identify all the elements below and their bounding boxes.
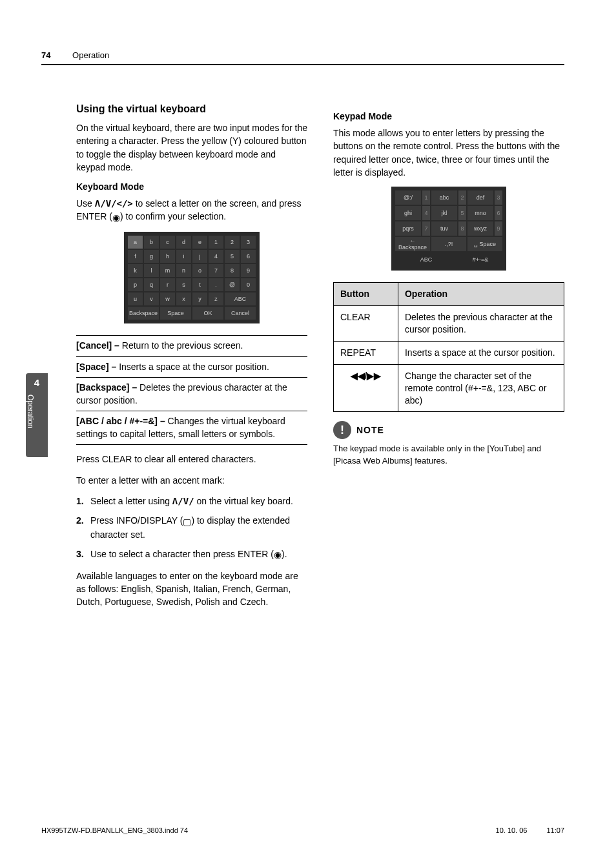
keypad-image: @:/1abc2def3ghi4jkl5mno6pqrs7tuv8wxyz9← …	[333, 187, 564, 271]
table-cell-button: ◀◀/▶▶	[334, 364, 398, 412]
heading-keyboard-mode: Keyboard Mode	[76, 181, 307, 192]
vk-key: 0	[241, 278, 256, 291]
keypad-num: 3	[495, 190, 502, 205]
keypad-key: tuv	[431, 221, 457, 236]
enter-icon: ◉	[112, 211, 120, 224]
vk-key: j	[192, 250, 207, 263]
vk-key: g	[144, 250, 159, 263]
vk-key: 5	[225, 250, 240, 263]
vk-key: 9	[241, 264, 256, 277]
keyboard-use-text: Use Λ/V/</> to select a letter on the sc…	[76, 197, 307, 224]
keypad-key: jkl	[431, 206, 457, 220]
heading-keypad-mode: Keypad Mode	[333, 111, 564, 121]
table-cell-button: CLEAR	[334, 306, 398, 342]
table-row: ◀◀/▶▶Change the character set of the rem…	[334, 364, 564, 412]
operation-table: Button Operation CLEARDeletes the previo…	[333, 282, 564, 412]
vk-key: s	[176, 278, 191, 291]
keypad-num: 2	[458, 190, 466, 205]
vk-key: 3	[241, 236, 256, 249]
definition-item: [Space] – Inserts a space at the cursor …	[76, 357, 307, 378]
keypad-num: 7	[422, 221, 430, 236]
vk-bottom-key: Backspace	[128, 307, 159, 320]
keypad-key: def	[467, 190, 493, 205]
vk-key: p	[128, 278, 143, 291]
vk-key: 7	[209, 264, 223, 277]
keypad-num: 8	[458, 221, 466, 236]
vk-key: r	[160, 278, 175, 291]
keypad-num: 9	[495, 221, 502, 236]
clear-text: Press CLEAR to clear all entered charact…	[76, 453, 307, 466]
vk-key: x	[176, 292, 191, 305]
vk-key: o	[192, 264, 207, 277]
table-cell-operation: Inserts a space at the cursor position.	[398, 341, 564, 364]
footer-date: 10. 10. 06	[496, 826, 528, 834]
vk-key: 4	[209, 250, 223, 263]
vk-key: f	[128, 250, 143, 263]
table-head-button: Button	[334, 283, 398, 306]
keypad-key: .,?!	[431, 237, 466, 251]
keypad-num: 4	[422, 206, 430, 220]
languages-text: Available languages to enter on the keyb…	[76, 569, 307, 609]
keypad-num: 1	[422, 190, 430, 205]
vk-bottom-key: OK	[192, 307, 223, 320]
vk-key: w	[160, 292, 175, 305]
side-tab-number: 4	[26, 373, 48, 388]
vk-bottom-key: Cancel	[225, 307, 256, 320]
vk-key: e	[192, 236, 207, 249]
vk-key: t	[192, 278, 207, 291]
vk-key: m	[160, 264, 175, 277]
vk-key: n	[176, 264, 191, 277]
vk-key: 1	[209, 236, 223, 249]
accent-intro: To enter a letter with an accent mark:	[76, 474, 307, 487]
vk-key: z	[209, 292, 223, 305]
table-cell-operation: Change the character set of the remote c…	[398, 364, 564, 412]
vk-key: c	[160, 236, 175, 249]
keypad-num: 5	[458, 206, 466, 220]
vk-key: @	[225, 278, 240, 291]
vk-key: ABC	[225, 292, 256, 305]
vk-bottom-key: Space	[160, 307, 191, 320]
table-row: CLEARDeletes the previous character at t…	[334, 306, 564, 342]
footer-filename: HX995TZW-FD.BPANLLK_ENG_3803.indd 74	[41, 826, 188, 834]
footer: HX995TZW-FD.BPANLLK_ENG_3803.indd 74 10.…	[41, 826, 564, 834]
virtual-keyboard-image: abcde123fghij456klmno789pqrst.@0uvwxyzAB…	[76, 232, 307, 323]
keypad-key: wxyz	[467, 221, 493, 236]
side-tab-label: Operation	[26, 388, 41, 429]
definition-item: [Cancel] – Return to the previous screen…	[76, 336, 307, 357]
keypad-mode-key: #+-=&	[458, 252, 502, 267]
vk-key: q	[144, 278, 159, 291]
vk-key: b	[144, 236, 159, 249]
keypad-num: 6	[495, 206, 502, 220]
table-cell-operation: Deletes the previous character at the cu…	[398, 306, 564, 342]
vk-key: d	[176, 236, 191, 249]
vk-key: v	[144, 292, 159, 305]
vk-key: u	[128, 292, 143, 305]
keypad-key: ␣ Space	[467, 237, 502, 251]
right-column: Keypad Mode This mode allows you to ente…	[333, 103, 564, 616]
vk-key: k	[128, 264, 143, 277]
step-item: Select a letter using Λ/V/ on the virtua…	[76, 495, 307, 508]
keypad-mode-key: ABC	[395, 252, 457, 267]
keypad-key: abc	[431, 190, 457, 205]
keypad-key: pqrs	[395, 221, 421, 236]
vk-key: h	[160, 250, 175, 263]
page-number: 74	[41, 50, 50, 60]
table-head-operation: Operation	[398, 283, 564, 306]
vk-key: 8	[225, 264, 240, 277]
step-item: Use to select a character then press ENT…	[76, 548, 307, 561]
definition-item: [ABC / abc / #+-=&] – Changes the virtua…	[76, 411, 307, 445]
vk-key: y	[192, 292, 207, 305]
note-icon: !	[333, 421, 351, 439]
note-title: NOTE	[356, 425, 384, 435]
steps-list: Select a letter using Λ/V/ on the virtua…	[76, 495, 307, 561]
vk-key: a	[128, 236, 143, 249]
arrow-keys-icon: Λ/V/</>	[95, 198, 133, 209]
definition-item: [Backspace] – Deletes the previous chara…	[76, 378, 307, 411]
vk-key: .	[209, 278, 223, 291]
keypad-key: mno	[467, 206, 493, 220]
heading-virtual-keyboard: Using the virtual keyboard	[76, 103, 307, 115]
page-header: 74 Operation	[41, 50, 564, 65]
section-title: Operation	[72, 50, 109, 60]
note-text: The keypad mode is available only in the…	[333, 443, 564, 466]
side-tab: 4 Operation	[26, 373, 48, 457]
